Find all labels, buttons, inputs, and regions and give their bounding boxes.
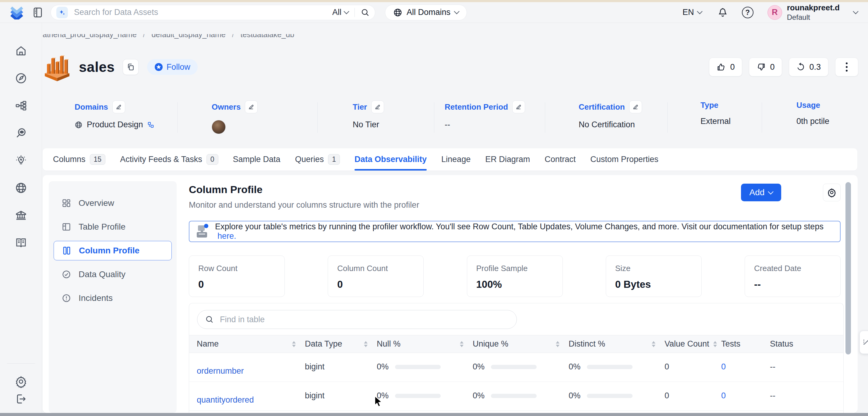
sort-icon[interactable]	[292, 341, 296, 347]
user-avatar[interactable]: R	[768, 5, 782, 20]
tab-er-diagram[interactable]: ER Diagram	[485, 148, 530, 170]
edit-certification-button[interactable]	[629, 100, 642, 113]
lineage-flow-icon[interactable]	[15, 100, 27, 112]
chevron-down-icon	[768, 189, 774, 194]
profiler-settings-button[interactable]	[823, 184, 841, 201]
follow-button[interactable]: Follow	[147, 59, 198, 75]
usage-label: Usage	[797, 100, 820, 110]
tests-count-link[interactable]: 0	[721, 391, 726, 400]
find-in-table-search[interactable]	[197, 310, 517, 329]
more-actions-button[interactable]	[835, 58, 858, 76]
sort-icon[interactable]	[364, 341, 368, 347]
edit-tier-button[interactable]	[371, 100, 384, 113]
sort-icon[interactable]	[713, 341, 717, 347]
notifications-bell-icon[interactable]	[717, 7, 728, 18]
tab-data-observability[interactable]: Data Observability	[354, 148, 427, 170]
app-logo-icon[interactable]	[10, 5, 24, 20]
sidebar-toggle-icon[interactable]	[33, 7, 43, 18]
sort-icon[interactable]	[652, 341, 655, 347]
sort-icon[interactable]	[556, 341, 559, 347]
ai-sparkle-icon[interactable]	[56, 7, 68, 18]
unique-pct-bar	[491, 394, 537, 398]
meta-owners: Owners	[212, 100, 258, 134]
owners-label: Owners	[212, 102, 241, 112]
logout-icon[interactable]	[15, 393, 27, 405]
find-in-table-input[interactable]	[219, 315, 508, 325]
entity-title: sales	[79, 59, 115, 75]
tab-sample-data[interactable]: Sample Data	[233, 148, 280, 170]
edit-domains-button[interactable]	[113, 100, 125, 113]
help-icon[interactable]: ?	[742, 7, 753, 18]
header-unique-pct[interactable]: Unique %	[473, 335, 569, 353]
add-button[interactable]: Add	[741, 184, 781, 201]
glossary-book-icon[interactable]	[15, 236, 27, 249]
header-null-pct[interactable]: Null %	[377, 335, 473, 353]
header-status[interactable]: Status	[770, 335, 843, 353]
downvote-button[interactable]: 0	[749, 58, 782, 76]
column-name-link[interactable]: quantityordered	[197, 395, 254, 405]
profile-summary-cards: Row Count 0 Column Count 0 Profile Sampl…	[189, 256, 841, 297]
search-scope-dropdown[interactable]: All	[332, 8, 354, 17]
stat-size: Size 0 Bytes	[606, 256, 702, 297]
tests-count-link[interactable]: 0	[721, 362, 726, 371]
language-dropdown[interactable]: EN	[683, 8, 702, 17]
chevron-down-icon	[697, 8, 702, 14]
distinct-pct-bar	[587, 365, 632, 369]
column-name-link[interactable]: ordernumber	[197, 366, 244, 376]
edit-retention-button[interactable]	[512, 100, 525, 113]
version-history-button[interactable]: 0.3	[789, 58, 828, 76]
breadcrumb-database[interactable]: default_display_name	[151, 34, 225, 39]
table-profile-icon	[62, 222, 71, 232]
copy-name-button[interactable]	[123, 59, 138, 75]
entity-tabs: Columns 15 Activity Feeds & Tasks 0 Samp…	[43, 148, 857, 170]
owner-avatar[interactable]	[212, 120, 226, 134]
sidenav-column-profile[interactable]: Column Profile	[54, 241, 172, 260]
breadcrumb-schema[interactable]: testdatalake_db	[241, 34, 294, 39]
header-value-count[interactable]: Value Count	[664, 335, 721, 353]
upvote-button[interactable]: 0	[709, 58, 742, 76]
mouse-cursor	[374, 396, 385, 409]
sidenav-data-quality[interactable]: Data Quality	[54, 265, 172, 284]
tab-activity-feeds[interactable]: Activity Feeds & Tasks 0	[120, 148, 218, 170]
domains-filter-button[interactable]: All Domains	[385, 5, 467, 21]
left-nav-rail	[0, 23, 42, 413]
user-menu[interactable]: rounakpreet.d Default	[787, 3, 840, 21]
tab-contract[interactable]: Contract	[545, 148, 576, 170]
global-search-bar[interactable]: All	[51, 5, 375, 20]
chevron-down-icon[interactable]	[853, 8, 858, 14]
sidenav-table-profile[interactable]: Table Profile	[54, 217, 172, 236]
tier-label: Tier	[353, 102, 367, 112]
panel-toggle-icon	[862, 338, 868, 346]
search-input[interactable]	[73, 7, 332, 18]
header-tests[interactable]: Tests	[721, 335, 770, 353]
vertical-scrollbar[interactable]	[845, 182, 851, 354]
breadcrumb-service[interactable]: athena_prod_display_name	[43, 34, 137, 39]
tab-columns[interactable]: Columns 15	[53, 148, 105, 170]
domains-globe-icon[interactable]	[15, 182, 27, 194]
home-icon[interactable]	[15, 45, 27, 57]
sidenav-overview[interactable]: Overview	[54, 193, 172, 213]
header-distinct-pct[interactable]: Distinct %	[569, 335, 664, 353]
settings-gear-icon[interactable]	[14, 375, 27, 388]
sidenav-incidents[interactable]: Incidents	[54, 288, 172, 308]
govern-bank-icon[interactable]	[15, 209, 27, 221]
domains-value[interactable]: Product Design	[87, 120, 143, 129]
header-data-type[interactable]: Data Type	[305, 335, 377, 353]
discovery-search-eye-icon[interactable]	[15, 127, 27, 139]
column-profile-icon	[62, 246, 71, 256]
explore-compass-icon[interactable]	[15, 72, 27, 84]
domain-link-icon[interactable]	[147, 122, 154, 128]
tab-queries[interactable]: Queries 1	[295, 148, 340, 170]
thumbs-down-icon	[756, 62, 766, 71]
edit-owners-button[interactable]	[245, 100, 258, 113]
tab-custom-properties[interactable]: Custom Properties	[590, 148, 658, 170]
search-submit-icon[interactable]	[361, 8, 369, 17]
banner-here-link[interactable]: here.	[217, 231, 236, 241]
retention-label: Retention Period	[445, 102, 508, 112]
insights-bulb-icon[interactable]	[15, 154, 27, 167]
header-name[interactable]: Name	[189, 335, 305, 353]
columns-table-card: Name Data Type Null % Unique %	[189, 303, 844, 413]
sort-icon[interactable]	[460, 341, 464, 347]
tab-lineage[interactable]: Lineage	[441, 148, 470, 170]
side-panel-toggle[interactable]	[860, 331, 868, 354]
